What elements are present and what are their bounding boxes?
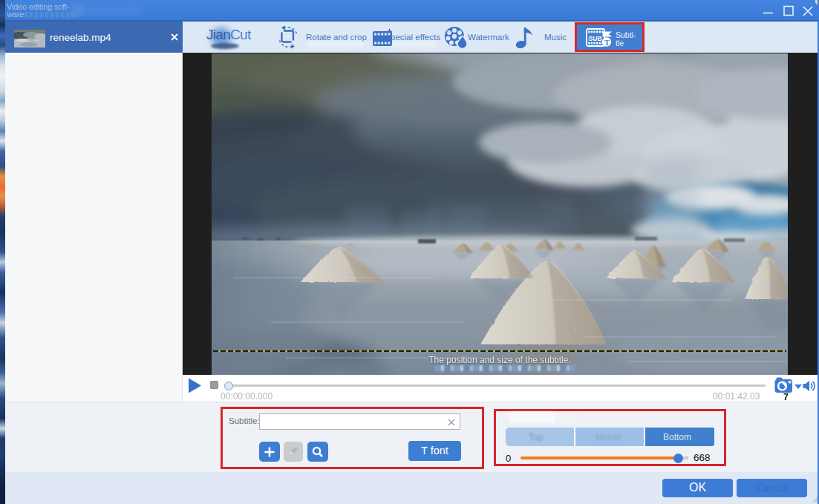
- svg-text:T: T: [604, 38, 610, 47]
- svg-text:SUB: SUB: [589, 35, 602, 42]
